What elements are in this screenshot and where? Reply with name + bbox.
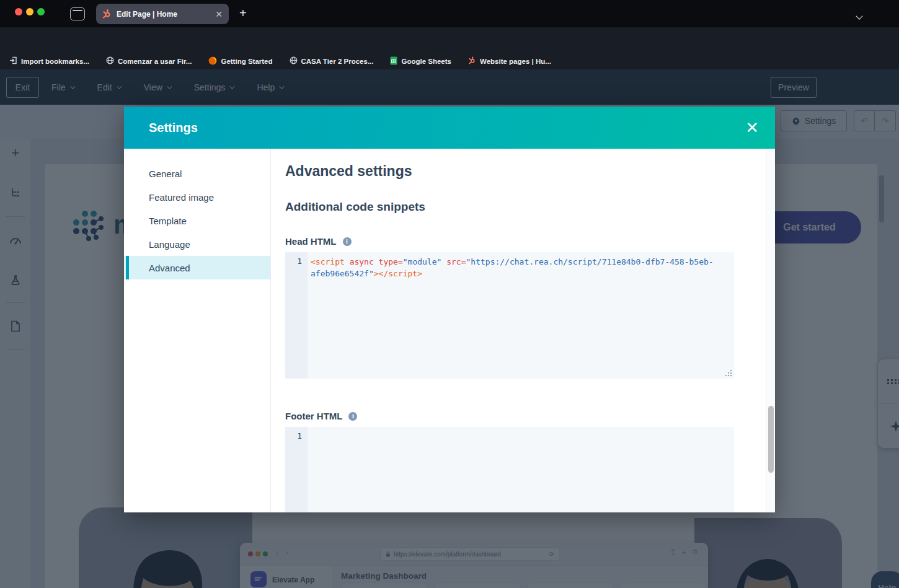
info-icon[interactable]: i bbox=[348, 412, 357, 421]
bookmark-item[interactable]: Comenzar a usar Fir... bbox=[106, 56, 192, 66]
head-html-editor[interactable]: 1 <script async type="module" src="https… bbox=[285, 252, 734, 379]
head-html-code[interactable]: <script async type="module" src="https:/… bbox=[308, 252, 734, 379]
tab-title: Edit Page | Home bbox=[117, 10, 211, 19]
list-tabs-icon[interactable] bbox=[857, 10, 862, 21]
resize-grip-icon[interactable] bbox=[726, 371, 732, 376]
modal-nav-template[interactable]: Template bbox=[124, 209, 270, 232]
modal-content: Advanced settings Additional code snippe… bbox=[272, 149, 766, 512]
head-html-label: Head HTML i bbox=[285, 236, 352, 247]
modal-nav-featured-image[interactable]: Featured image bbox=[124, 185, 270, 209]
footer-html-editor[interactable]: 1 bbox=[285, 427, 734, 512]
bookmark-item[interactable]: Google Sheets bbox=[390, 56, 451, 66]
import-icon bbox=[9, 56, 17, 66]
bookmark-item[interactable]: Website pages | Hu... bbox=[468, 56, 551, 66]
modal-scrollbar-thumb[interactable] bbox=[768, 406, 774, 473]
new-tab-button[interactable]: + bbox=[239, 6, 247, 20]
screen: Edit Page | Home ✕ + ← → ⟳ https://app-e… bbox=[0, 0, 899, 588]
browser-tab-bar: Edit Page | Home ✕ + bbox=[0, 0, 899, 27]
firefox-icon bbox=[208, 56, 217, 66]
modal-body: GeneralFeatured imageTemplateLanguageAdv… bbox=[124, 149, 775, 512]
bookmark-item[interactable]: Getting Started bbox=[208, 56, 272, 66]
bookmark-item[interactable]: CASA Tier 2 Proces... bbox=[290, 56, 374, 66]
bookmarks-bar: Import bookmarks...Comenzar a usar Fir..… bbox=[0, 53, 899, 69]
footer-html-code[interactable] bbox=[308, 427, 734, 512]
modal-nav-general[interactable]: General bbox=[124, 162, 270, 185]
sheets-icon bbox=[390, 56, 397, 66]
globe-icon bbox=[290, 56, 298, 66]
modal-title: Settings bbox=[149, 121, 745, 135]
advanced-settings-heading: Advanced settings bbox=[285, 163, 412, 180]
settings-modal: Settings ✕ GeneralFeatured imageTemplate… bbox=[124, 107, 775, 512]
hubspot-favicon bbox=[102, 9, 112, 19]
modal-nav: GeneralFeatured imageTemplateLanguageAdv… bbox=[124, 149, 271, 512]
line-number-gutter: 1 bbox=[285, 252, 308, 379]
hubspot-icon bbox=[468, 56, 476, 66]
browser-nav-bar: ← → ⟳ https://app-eu1.hubspot.com/pages/… bbox=[0, 27, 899, 53]
browser-tab[interactable]: Edit Page | Home ✕ bbox=[96, 4, 229, 24]
firefox-view-icon[interactable] bbox=[70, 7, 85, 20]
modal-nav-advanced[interactable]: Advanced bbox=[124, 256, 270, 279]
info-icon[interactable]: i bbox=[343, 237, 352, 246]
code-snippets-subheading: Additional code snippets bbox=[285, 200, 425, 214]
footer-html-label: Footer HTML i bbox=[285, 411, 357, 421]
traffic-light-close[interactable] bbox=[15, 8, 22, 15]
globe-icon bbox=[106, 56, 114, 66]
line-number-gutter: 1 bbox=[285, 427, 308, 512]
modal-close-icon[interactable]: ✕ bbox=[745, 120, 759, 136]
bookmark-item[interactable]: Import bookmarks... bbox=[9, 56, 89, 66]
modal-header: Settings ✕ bbox=[124, 107, 775, 149]
traffic-light-zoom[interactable] bbox=[37, 8, 45, 15]
modal-nav-language[interactable]: Language bbox=[124, 232, 270, 256]
traffic-light-minimize[interactable] bbox=[26, 8, 33, 15]
tab-close-icon[interactable]: ✕ bbox=[215, 9, 223, 19]
modal-scrollbar[interactable] bbox=[766, 149, 775, 512]
